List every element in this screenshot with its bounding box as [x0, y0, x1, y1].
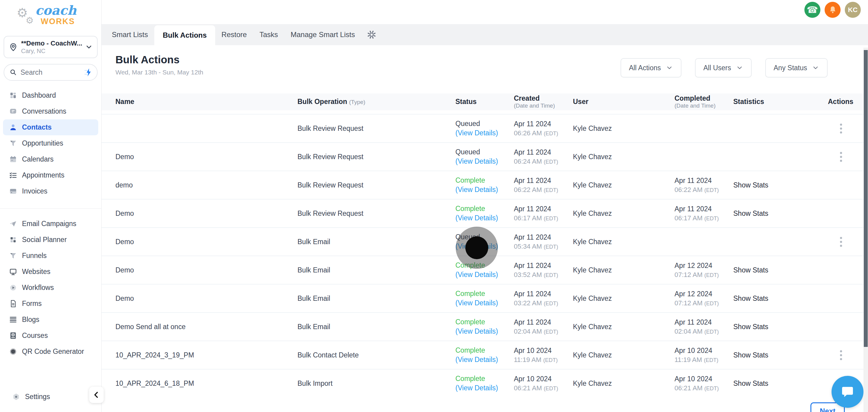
show-stats-link[interactable]: Show Stats [733, 210, 768, 217]
show-stats-link[interactable]: Show Stats [733, 294, 768, 302]
show-stats-link[interactable]: Show Stats [733, 351, 768, 359]
sidebar-item-conversations[interactable]: Conversations [3, 103, 98, 119]
view-details-link[interactable]: (View Details) [456, 298, 514, 308]
view-details-link[interactable]: (View Details) [456, 270, 514, 279]
cell-name: Demo [116, 266, 298, 274]
tab-smart-lists[interactable]: Smart Lists [105, 24, 154, 45]
social-planner-icon [9, 236, 17, 244]
sidebar-item-label: Workflows [22, 284, 54, 292]
sidebar-item-blogs[interactable]: Blogs [3, 312, 98, 327]
cell-statistics: Show Stats [733, 266, 828, 274]
column-header-created: Created(Date and Time) [514, 94, 573, 109]
filter-all-actions[interactable]: All Actions [621, 58, 681, 77]
status-text: Complete [456, 289, 514, 298]
sidebar: ⚙ ⚙ coach WORKS **Demo - CoachW... Cary,… [0, 0, 101, 412]
sidebar-item-funnels[interactable]: Funnels [3, 248, 98, 264]
sidebar-item-label: Blogs [22, 316, 39, 324]
cell-operation: Bulk Email [298, 266, 456, 274]
search-input[interactable] [20, 68, 72, 77]
cell-created: Apr 11 202406:17 AM (EDT) [514, 204, 573, 223]
quick-actions-bolt-icon[interactable] [84, 68, 93, 77]
sidebar-item-calendars[interactable]: Calendars [3, 151, 98, 167]
view-details-link[interactable]: (View Details) [456, 185, 514, 194]
row-menu-button[interactable] [840, 350, 842, 360]
show-stats-link[interactable]: Show Stats [733, 379, 768, 387]
tab-tasks[interactable]: Tasks [253, 24, 284, 45]
cell-status: Complete(View Details) [456, 317, 514, 336]
sidebar-item-settings[interactable]: Settings [3, 389, 93, 405]
filter-any-status[interactable]: Any Status [765, 58, 828, 77]
view-details-link[interactable]: (View Details) [456, 128, 514, 138]
tab-bulk-actions[interactable]: Bulk Actions [154, 25, 215, 45]
view-details-link[interactable]: (View Details) [456, 157, 514, 166]
show-stats-link[interactable]: Show Stats [733, 266, 768, 274]
sidebar-divider [0, 208, 101, 209]
cell-operation: Bulk Contact Delete [298, 351, 456, 359]
location-selector[interactable]: **Demo - CoachW... Cary, NC [4, 36, 98, 58]
view-details-link[interactable]: (View Details) [456, 355, 514, 365]
table-row: DemoBulk Review RequestComplete(View Det… [101, 199, 868, 227]
user-avatar[interactable]: KC [845, 2, 861, 18]
sidebar-item-label: Opportunities [22, 139, 63, 147]
row-menu-button[interactable] [840, 237, 842, 247]
notifications-button[interactable] [825, 2, 841, 18]
map-pin-icon [8, 42, 18, 52]
table-row: Demo Send all at onceBulk EmailComplete(… [101, 312, 868, 341]
chat-widget-button[interactable] [832, 376, 864, 408]
sidebar-item-label: QR Code Generator [22, 348, 84, 356]
sidebar-item-qr-code-generator[interactable]: QR Code Generator [3, 344, 98, 359]
cell-status: Complete(View Details) [456, 346, 514, 365]
cell-user: Kyle Chavez [573, 124, 675, 133]
row-menu-button[interactable] [840, 124, 842, 133]
sidebar-item-label: Websites [22, 267, 50, 276]
tab-restore[interactable]: Restore [215, 24, 253, 45]
sidebar-collapse-button[interactable] [89, 387, 104, 403]
smart-lists-settings-gear-icon[interactable] [361, 24, 382, 45]
page-title: Bulk Actions [116, 54, 180, 66]
cell-user: Kyle Chavez [573, 181, 675, 189]
show-stats-link[interactable]: Show Stats [733, 181, 768, 189]
cell-statistics: Show Stats [733, 323, 828, 331]
cell-statistics: Show Stats [733, 351, 828, 359]
sidebar-item-invoices[interactable]: Invoices [3, 183, 98, 199]
invoices-icon [9, 187, 17, 195]
phone-button[interactable]: ☎ [804, 2, 820, 18]
scrollbar-thumb[interactable] [864, 50, 868, 347]
sidebar-item-opportunities[interactable]: Opportunities [3, 135, 98, 151]
sidebar-item-label: Dashboard [22, 91, 56, 99]
sidebar-item-workflows[interactable]: Workflows [3, 280, 98, 296]
cell-actions [828, 152, 868, 162]
cell-name: demo [116, 181, 298, 189]
cell-created: Apr 11 202405:34 AM (EDT) [514, 232, 573, 251]
view-details-link[interactable]: (View Details) [456, 327, 514, 336]
cell-status: Complete(View Details) [456, 289, 514, 308]
location-city: Cary, NC [21, 47, 82, 55]
row-menu-button[interactable] [840, 152, 842, 162]
sidebar-item-forms[interactable]: Forms [3, 296, 98, 312]
filter-all-users[interactable]: All Users [695, 58, 752, 77]
sidebar-item-social-planner[interactable]: Social Planner [3, 232, 98, 248]
table-row: 10_APR_2024_6_18_PMBulk ImportComplete(V… [101, 369, 868, 397]
cell-created: Apr 11 202406:24 AM (EDT) [514, 147, 573, 166]
filter-label: Any Status [774, 64, 807, 72]
sidebar-item-label: Invoices [22, 187, 47, 195]
sidebar-item-websites[interactable]: Websites [3, 264, 98, 280]
cell-operation: Bulk Review Request [298, 124, 456, 133]
sidebar-item-dashboard[interactable]: Dashboard [3, 87, 98, 103]
contacts-icon [9, 123, 17, 131]
tab-bar: Smart ListsBulk ActionsRestoreTasksManag… [101, 24, 868, 45]
sidebar-item-appointments[interactable]: Appointments [3, 167, 98, 183]
search-box[interactable] [4, 64, 98, 81]
tab-manage-smart-lists[interactable]: Manage Smart Lists [284, 24, 361, 45]
show-stats-link[interactable]: Show Stats [733, 323, 768, 330]
sidebar-item-label: Courses [22, 331, 48, 340]
sidebar-item-courses[interactable]: Courses [3, 327, 98, 344]
vertical-scrollbar[interactable] [864, 47, 868, 412]
view-details-link[interactable]: (View Details) [456, 213, 514, 223]
cell-completed: Apr 12 202407:12 AM (EDT) [675, 289, 733, 308]
sidebar-item-contacts[interactable]: Contacts [3, 119, 98, 135]
status-text: Queued [456, 147, 514, 157]
cell-user: Kyle Chavez [573, 153, 675, 161]
sidebar-item-email-campaigns[interactable]: Email Campaigns [3, 216, 98, 232]
view-details-link[interactable]: (View Details) [456, 383, 514, 393]
